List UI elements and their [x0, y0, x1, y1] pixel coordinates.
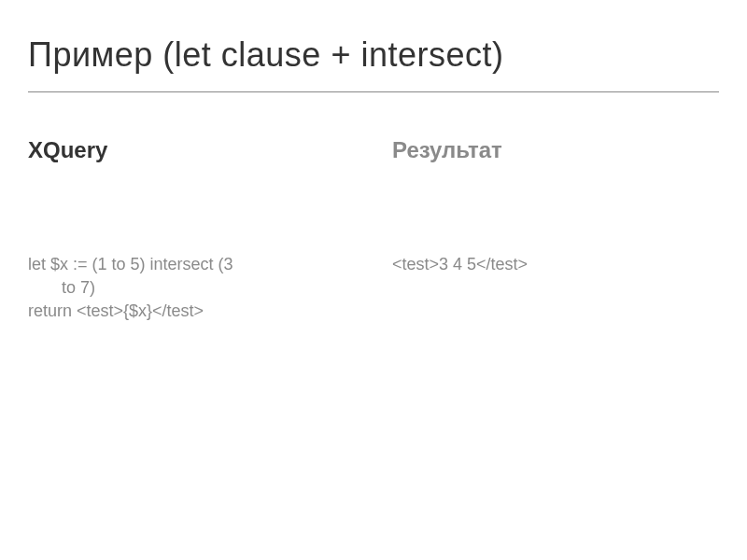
content-columns: XQuery let $x := (1 to 5) intersect (3 t… [28, 137, 719, 324]
code-line-3: return <test>{$x}</test> [28, 300, 355, 323]
code-line-2: to 7) [28, 276, 355, 300]
title-divider [28, 91, 719, 92]
result-output: <test>3 4 5</test> [392, 253, 719, 276]
slide-title: Пример (let clause + intersect) [28, 35, 719, 75]
code-line-1: let $x := (1 to 5) intersect (3 [28, 253, 355, 276]
xquery-heading: XQuery [28, 137, 355, 163]
left-column: XQuery let $x := (1 to 5) intersect (3 t… [28, 137, 355, 324]
result-heading: Результат [392, 137, 719, 163]
xquery-code: let $x := (1 to 5) intersect (3 to 7) re… [28, 253, 355, 324]
right-column: Результат <test>3 4 5</test> [392, 137, 719, 324]
